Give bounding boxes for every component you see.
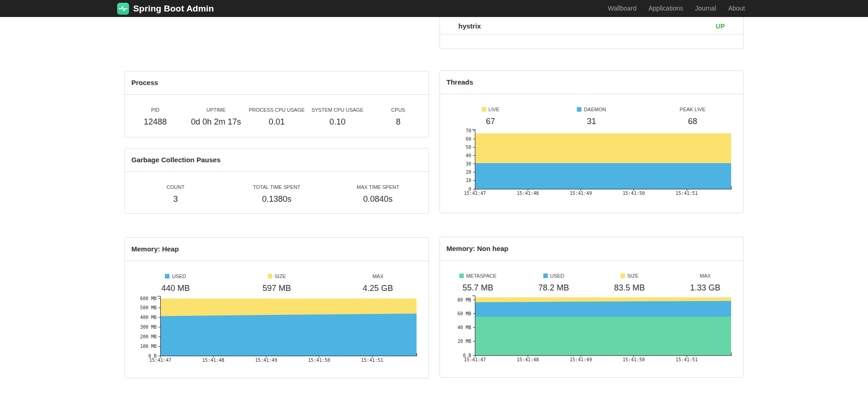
legend-swatch	[268, 274, 272, 279]
legend-value: 68	[642, 116, 743, 126]
svg-text:300 MB: 300 MB	[140, 325, 156, 330]
nav-link[interactable]: Wallboard	[602, 0, 643, 17]
panel-title: Process	[131, 79, 158, 86]
legend-swatch	[459, 273, 464, 278]
legend-value: 440 MB	[125, 283, 226, 293]
svg-text:20: 20	[466, 170, 471, 175]
svg-text:15:41:51: 15:41:51	[361, 358, 383, 363]
metric: MAX TIME SPENT 0.0840s	[327, 184, 428, 204]
legend-value: 4.25 GB	[327, 283, 428, 293]
nav-link[interactable]: Journal	[689, 0, 722, 17]
legend-item: USED 78.2 MB	[516, 273, 592, 293]
legend-value: 83.5 MB	[592, 283, 667, 293]
panel-title: Memory: Non heap	[446, 245, 508, 252]
legend-value: 67	[440, 116, 541, 126]
svg-text:20 MB: 20 MB	[457, 339, 471, 344]
svg-text:15:41:48: 15:41:48	[517, 357, 539, 362]
memory-heap-legend: USED 440 MB SIZE 597 MB MAX 4.25 G	[125, 261, 428, 293]
metric: CPUS 8	[368, 107, 428, 127]
svg-text:10: 10	[466, 178, 471, 183]
nav-link[interactable]: About	[722, 0, 751, 17]
legend-swatch	[482, 107, 486, 112]
metric-label: UPTIME	[186, 107, 246, 113]
legend-label: SIZE	[592, 273, 667, 279]
application-status-badge: UP	[716, 23, 725, 30]
memory-nonheap-panel-heading: Memory: Non heap	[440, 237, 743, 261]
legend-label: SIZE	[226, 273, 327, 279]
svg-text:200 MB: 200 MB	[140, 334, 156, 339]
metric-label: TOTAL TIME SPENT	[226, 184, 327, 190]
gc-pauses-panel: Garbage Collection Pauses COUNT 3 TOTAL …	[124, 148, 429, 214]
memory-heap-panel-heading: Memory: Heap	[125, 238, 428, 261]
svg-text:80 MB: 80 MB	[457, 297, 471, 302]
gc-metrics: COUNT 3 TOTAL TIME SPENT 0.1380s MAX TIM…	[125, 172, 428, 204]
legend-swatch	[543, 273, 548, 278]
metric-label: PID	[125, 107, 186, 113]
legend-label: MAX	[327, 273, 428, 279]
memory-heap-panel: Memory: Heap USED 440 MB SIZE 59	[124, 237, 429, 378]
legend-swatch	[620, 273, 625, 278]
brand-title: Spring Boot Admin	[133, 4, 214, 14]
legend-value: 1.33 GB	[667, 283, 743, 293]
svg-text:15:41:47: 15:41:47	[464, 357, 486, 362]
nav-links: Wallboard Applications Journal About	[602, 0, 751, 17]
legend-value: 55.7 MB	[440, 283, 516, 293]
process-metrics: PID 12488 UPTIME 0d 0h 2m 17s PROCESS CP…	[125, 95, 428, 127]
legend-value: 31	[541, 116, 642, 126]
svg-text:70: 70	[466, 128, 471, 133]
svg-text:60: 60	[466, 137, 471, 142]
memory-heap-chart: 0 B100 MB200 MB300 MB400 MB500 MB600 MB1…	[125, 293, 428, 363]
svg-text:100 MB: 100 MB	[140, 344, 156, 349]
nav-link[interactable]: Applications	[643, 0, 689, 17]
svg-text:15:41:49: 15:41:49	[255, 358, 277, 363]
metric: COUNT 3	[125, 184, 226, 204]
threads-legend: LIVE 67 DAEMON 31 PEAK LIVE 68	[440, 94, 743, 126]
column-right: hystrix UP Threads LIVE	[440, 17, 744, 378]
panel-title: Memory: Heap	[131, 245, 179, 253]
svg-text:15:41:50: 15:41:50	[623, 357, 645, 362]
column-left: Process PID 12488 UPTIME 0d 0h 2	[124, 17, 429, 378]
legend-label: USED	[125, 273, 226, 279]
legend-label: METASPACE	[440, 273, 516, 279]
process-panel-heading: Process	[125, 71, 428, 95]
brand[interactable]: Spring Boot Admin	[117, 3, 214, 15]
metric-value: 0d 0h 2m 17s	[186, 117, 246, 127]
svg-text:15:41:51: 15:41:51	[676, 357, 698, 362]
svg-text:500 MB: 500 MB	[140, 305, 156, 310]
legend-item: SIZE 83.5 MB	[592, 273, 667, 293]
legend-value: 597 MB	[226, 283, 327, 293]
svg-text:15:41:48: 15:41:48	[517, 191, 539, 196]
svg-text:15:41:47: 15:41:47	[464, 191, 486, 196]
svg-text:15:41:50: 15:41:50	[308, 358, 330, 363]
metric-value: 3	[125, 194, 226, 204]
threads-chart: 01020304050607015:41:4715:41:4815:41:491…	[440, 126, 743, 196]
metric: PROCESS CPU USAGE 0.01	[246, 107, 307, 127]
metric-value: 0.0840s	[327, 194, 428, 204]
application-name: hystrix	[458, 22, 481, 30]
metric: TOTAL TIME SPENT 0.1380s	[226, 184, 327, 204]
process-panel: Process PID 12488 UPTIME 0d 0h 2	[124, 71, 429, 137]
legend-label: USED	[516, 273, 592, 279]
metric-value: 0.1380s	[226, 194, 327, 204]
panel-title: Garbage Collection Pauses	[131, 156, 220, 164]
legend-item: SIZE 597 MB	[226, 273, 327, 293]
metric-value: 0.01	[246, 117, 307, 127]
applications-panel-footer-space	[440, 34, 743, 49]
memory-nonheap-chart: 0 B20 MB40 MB60 MB80 MB15:41:4715:41:481…	[440, 293, 743, 363]
legend-item: LIVE 67	[440, 106, 541, 126]
navbar-container: Spring Boot Admin Wallboard Applications…	[117, 0, 751, 17]
metric-label: COUNT	[125, 184, 226, 190]
metric-label: MAX TIME SPENT	[327, 184, 428, 190]
main-grid: Process PID 12488 UPTIME 0d 0h 2	[124, 17, 744, 378]
metric-value: 12488	[125, 117, 186, 127]
metric-value: 8	[368, 117, 428, 127]
legend-label: DAEMON	[541, 106, 642, 113]
memory-nonheap-legend: METASPACE 55.7 MB USED 78.2 MB SIZE	[440, 261, 743, 293]
legend-item: MAX 4.25 GB	[327, 273, 428, 293]
metric-value: 0.10	[307, 117, 368, 127]
svg-text:600 MB: 600 MB	[140, 296, 156, 301]
metric: UPTIME 0d 0h 2m 17s	[186, 107, 246, 127]
legend-label: PEAK LIVE	[642, 106, 743, 113]
application-row[interactable]: hystrix UP	[440, 18, 743, 34]
legend-value: 78.2 MB	[516, 283, 592, 293]
